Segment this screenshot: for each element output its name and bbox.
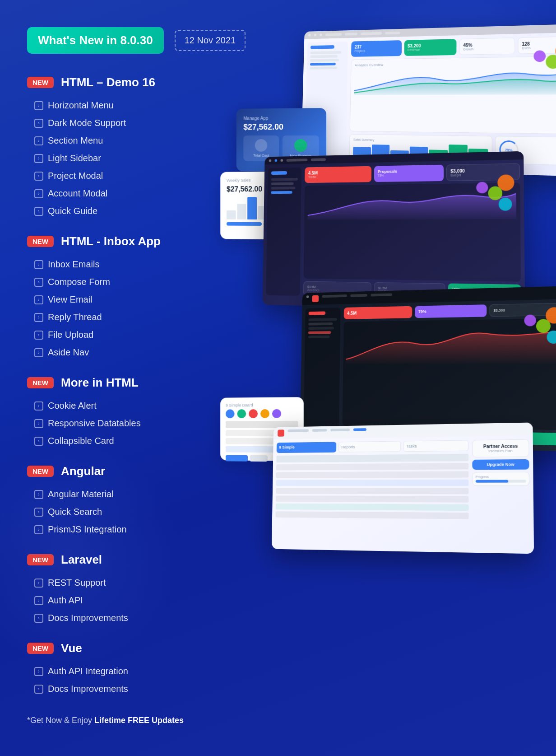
section-title-html-demo16: HTML – Demo 16 [61,75,155,89]
sections-container: NewHTML – Demo 16›Horizontal Menu›Dark M… [27,75,253,698]
version-title: What's New in 8.0.30 [38,33,153,47]
footer-bold: Lifetime FREE Updates [94,716,184,725]
list-item-label: Section Menu [48,135,103,146]
list-item[interactable]: ›File Upload [34,326,253,344]
list-item-label: Auth API [48,595,83,606]
section-title-angular: Angular [61,464,105,478]
list-item-label: REST Support [48,578,106,588]
chevron-right-icon: › [34,119,43,128]
list-item-label: Quick Search [48,507,102,517]
new-badge-html-demo16: New [27,77,54,88]
section-items-vue: ›Auth API Integration›Docs Improvements [34,663,253,698]
chevron-right-icon: › [34,101,43,110]
list-item-label: File Upload [48,330,93,340]
chevron-right-icon: › [34,614,43,623]
section-more-html: NewMore in HTML›Cookie Alert›Responsive … [27,376,253,450]
list-item[interactable]: ›Docs Improvements [34,680,253,698]
list-item-label: Angular Material [48,489,114,499]
new-badge-more-html: New [27,377,54,388]
chevron-right-icon: › [34,419,43,428]
list-item-label: Account Modal [48,188,107,199]
chevron-right-icon: › [34,579,43,588]
list-item[interactable]: ›Compose Form [34,273,253,291]
footer-note: *Get Now & Enjoy Lifetime FREE Updates [27,716,253,725]
list-item-label: Reply Thread [48,312,102,322]
section-laravel: NewLaravel›REST Support›Auth API›Docs Im… [27,553,253,627]
list-item[interactable]: ›Angular Material [34,485,253,503]
list-item-label: Docs Improvements [48,684,128,694]
list-item[interactable]: ›View Email [34,291,253,308]
left-panel: What's New in 8.0.30 12 Nov 2021 NewHTML… [27,27,253,725]
chevron-right-icon: › [34,348,43,357]
section-header-html-inbox: NewHTML - Inbox App [27,234,253,248]
section-html-demo16: NewHTML – Demo 16›Horizontal Menu›Dark M… [27,75,253,220]
list-item-label: Responsive Datatables [48,418,141,429]
list-item[interactable]: ›Horizontal Menu [34,97,253,114]
release-date: 12 Nov 2021 [185,35,236,45]
screenshot-middle-dark: 4.5M Traffic Proposals 79% $3,000 Budget [263,151,525,311]
chevron-right-icon: › [34,437,43,446]
list-item-label: Project Modal [48,171,103,181]
list-item[interactable]: ›PrismJS Integration [34,521,253,538]
list-item-label: View Email [48,294,93,305]
list-item-label: Cookie Alert [48,401,97,411]
list-item-label: Horizontal Menu [48,100,114,111]
section-title-laravel: Laravel [61,553,102,567]
list-item[interactable]: ›Auth API [34,592,253,609]
list-item-label: Quick Guide [48,206,97,216]
section-vue: NewVue›Auth API Integration›Docs Improve… [27,641,253,698]
chevron-right-icon: › [34,260,43,269]
section-items-angular: ›Angular Material›Quick Search›PrismJS I… [34,485,253,538]
list-item-label: Light Sidebar [48,153,101,163]
list-item-label: Aside Nav [48,347,89,358]
list-item-label: PrismJS Integration [48,524,127,535]
chevron-right-icon: › [34,331,43,340]
list-item[interactable]: ›Aside Nav [34,344,253,361]
screenshot-bottom-light: 9 Simple Reports Tasks [272,422,534,554]
section-title-vue: Vue [61,641,82,655]
version-badge: What's New in 8.0.30 [27,27,164,54]
list-item[interactable]: ›Section Menu [34,132,253,149]
list-item[interactable]: ›Dark Mode Support [34,114,253,132]
new-badge-vue: New [27,643,54,654]
section-header-laravel: NewLaravel [27,553,253,567]
section-items-html-inbox: ›Inbox Emails›Compose Form›View Email›Re… [34,256,253,361]
footer-text: *Get Now & Enjoy [27,716,94,725]
chevron-right-icon: › [34,490,43,499]
chevron-right-icon: › [34,172,43,181]
list-item-label: Docs Improvements [48,613,128,623]
list-item-label: Inbox Emails [48,259,100,270]
list-item[interactable]: ›Light Sidebar [34,149,253,167]
list-item[interactable]: ›Auth API Integration [34,663,253,680]
list-item-label: Dark Mode Support [48,118,126,128]
section-header-angular: NewAngular [27,464,253,478]
right-panel: 237 Projects $3,200 Revenue 45% Growth [244,27,556,725]
chevron-right-icon: › [34,313,43,322]
section-header-html-demo16: NewHTML – Demo 16 [27,75,253,89]
list-item[interactable]: ›Reply Thread [34,308,253,326]
new-badge-html-inbox: New [27,236,54,247]
list-item[interactable]: ›Quick Search [34,503,253,521]
chevron-right-icon: › [34,136,43,145]
chevron-right-icon: › [34,154,43,163]
chevron-right-icon: › [34,508,43,517]
header: What's New in 8.0.30 12 Nov 2021 [27,27,253,54]
new-badge-angular: New [27,466,54,477]
section-title-html-inbox: HTML - Inbox App [61,234,161,248]
chevron-right-icon: › [34,278,43,287]
list-item[interactable]: ›Docs Improvements [34,609,253,627]
section-angular: NewAngular›Angular Material›Quick Search… [27,464,253,538]
date-badge: 12 Nov 2021 [175,30,246,51]
section-html-inbox: NewHTML - Inbox App›Inbox Emails›Compose… [27,234,253,361]
chevron-right-icon: › [34,525,43,534]
list-item-label: Collapsible Card [48,436,114,446]
chevron-right-icon: › [34,685,43,694]
section-title-more-html: More in HTML [61,376,139,390]
chevron-right-icon: › [34,667,43,676]
section-header-vue: NewVue [27,641,253,655]
list-item[interactable]: ›REST Support [34,574,253,592]
new-badge-laravel: New [27,554,54,565]
list-item-label: Compose Form [48,277,110,287]
list-item[interactable]: ›Inbox Emails [34,256,253,273]
section-items-laravel: ›REST Support›Auth API›Docs Improvements [34,574,253,627]
